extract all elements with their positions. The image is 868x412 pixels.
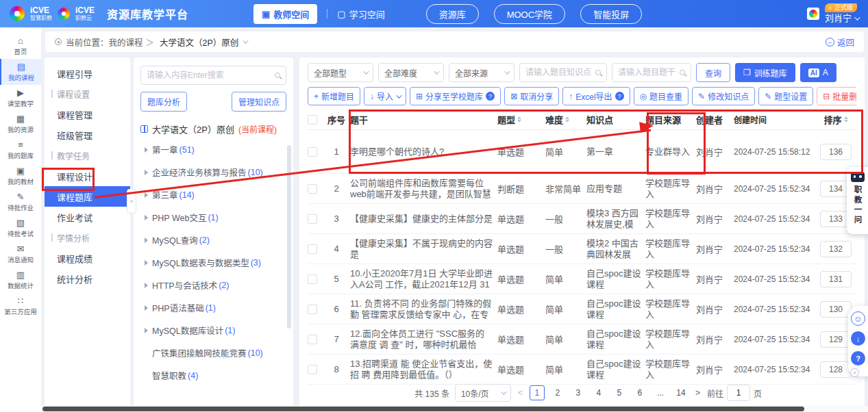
collapse-panel-handle[interactable]: « [127, 189, 136, 214]
difficulty-select[interactable]: 全部难度 [378, 63, 444, 82]
row-checkbox[interactable] [308, 244, 317, 254]
menu-item[interactable]: 课程题库 [45, 186, 130, 207]
source-select[interactable]: 全部来源 [449, 63, 514, 82]
page-number-button[interactable]: 14 [673, 385, 689, 400]
tree-node[interactable]: 企业经济业务核算与报告 (10) [140, 161, 286, 183]
customer-service-button[interactable]: ☺ [851, 311, 865, 326]
help-badge-icon[interactable]: ? [486, 92, 495, 101]
question-stem[interactable]: 公司前端组件库和函数库需要每位web前端开发参与共建，是团队智慧的结晶和... [350, 178, 493, 200]
query-button[interactable]: 查询 [696, 63, 730, 82]
menu-item[interactable]: 学情分析 [45, 227, 130, 248]
horizontal-scrollbar-thumb[interactable] [42, 407, 804, 411]
sidebar-item[interactable]: ▧ 待批考试 [0, 215, 41, 241]
user-menu[interactable]: 刘肖宁 [825, 13, 858, 24]
question-stem[interactable]: 【健康史采集】不属于现病史的内容是 [350, 238, 493, 260]
question-type-select[interactable]: 全部题型 [308, 63, 373, 82]
sort-icon[interactable] [517, 116, 521, 123]
sidebar-item[interactable]: ▦ 我的资源 [0, 111, 41, 137]
row-checkbox[interactable] [308, 365, 317, 374]
toolbar-button[interactable]: ⊟ 批量删除 [817, 87, 856, 105]
toolbar-button[interactable]: + 新增题目 [308, 87, 360, 105]
tree-node[interactable]: MySQL查询 (2) [140, 229, 286, 251]
toolbar-button[interactable]: ✎ 修改知识点 [692, 87, 755, 105]
menu-item[interactable]: 教学任务 [45, 145, 130, 166]
expand-arrow-icon[interactable] [145, 237, 148, 243]
tree-node[interactable]: 第一章 (51) [140, 138, 286, 161]
menu-item[interactable]: 课程引导 [45, 63, 130, 83]
question-stem[interactable]: 11. 负责将不同 的业务部门特殊的假勤 管理需求反馈给专家中 心，在专业中心的… [350, 298, 493, 320]
row-checkbox[interactable] [308, 214, 317, 224]
tree-scrollbar[interactable] [287, 145, 291, 329]
table-row[interactable]: 5 10.小王2020年7月1日 大学毕业即进入A公司 工作，截止2021年12… [308, 264, 856, 294]
toolbar-button[interactable]: ↓ 导入 [364, 87, 406, 105]
expand-arrow-icon[interactable] [145, 283, 148, 288]
prev-page-button[interactable]: < [517, 388, 524, 398]
table-row[interactable]: 1 李明是哪个朝代的诗人? 单选题 简单 第一章 专业群导入 刘肖宁 2024-… [308, 130, 856, 174]
close-widget-button[interactable]: × [850, 368, 859, 377]
table-row[interactable]: 3 【健康史采集】健康史的主体部分是 单选题 一般 模块3 西方园林发展史,模块… [308, 204, 856, 234]
sidebar-item[interactable]: ▣ 我的教材 [0, 163, 41, 189]
sidebar-item[interactable]: ✎ 待批作业 [0, 189, 41, 215]
per-page-select[interactable]: 10条/页 [455, 384, 511, 402]
stem-search-box[interactable] [612, 63, 691, 82]
menu-item[interactable]: 作业考试 [45, 207, 130, 227]
sort-order-input[interactable]: 132 [820, 241, 852, 257]
sidebar-item[interactable]: ▥ 数据统计 [0, 267, 41, 293]
training-bank-button[interactable]: ❐ 训练题库 [735, 63, 795, 82]
help-button[interactable]: ? [851, 351, 865, 365]
page-number-button[interactable]: 3 [571, 385, 586, 400]
table-row[interactable]: 2 公司前端组件库和函数库需要每位web前端开发参与共建，是团队智慧的结晶和..… [308, 174, 856, 204]
manage-knowledge-button[interactable]: 管理知识点 [232, 92, 286, 112]
sort-order-input[interactable]: 130 [820, 301, 852, 318]
sidebar-item[interactable]: ≡ 我的题库 [0, 137, 41, 163]
tree-node[interactable]: MySQL数据库设计 (1) [140, 319, 286, 342]
toolbar-button[interactable]: ⊞ 分享至学校题库 ? [410, 87, 501, 105]
expand-arrow-icon[interactable] [145, 260, 148, 266]
expand-arrow-icon[interactable] [145, 170, 148, 175]
menu-item[interactable]: 统计分析 [45, 268, 130, 289]
tree-node[interactable]: PHP Web交互 (1) [140, 206, 286, 229]
toolbar-button[interactable]: ◎ 题目查重 [634, 87, 689, 105]
question-stem[interactable]: 10.小王2020年7月1日 大学毕业即进入A公司 工作，截止2021年12月 … [350, 268, 493, 290]
sort-order-input[interactable]: 128 [820, 361, 852, 378]
page-number-button[interactable]: 5 [612, 385, 627, 400]
table-row[interactable]: 7 12.面向全体员工进行 "SSC服务的满意度 调 查" 时，哪种时机最恰 当… [308, 324, 856, 355]
ai-button[interactable]: AI A [800, 63, 836, 82]
toolbar-button[interactable]: ✎ 题型设置 [758, 87, 813, 105]
row-checkbox[interactable] [308, 147, 317, 157]
toolbar-button[interactable]: ↑ Excel导出 ? [562, 87, 630, 105]
table-row[interactable]: 4 【健康史采集】不属于现病史的内容是 单选题 一般 模块2 中国古典园林发展史… [308, 234, 856, 264]
assistant-widget[interactable]: 职教一问 [847, 167, 868, 234]
sort-icon[interactable] [565, 116, 569, 123]
bank-analysis-button[interactable]: 题库分析 [140, 92, 187, 112]
col-sort[interactable]: 排序 [819, 113, 856, 126]
tree-node[interactable]: 广铁集团接触网技能竞赛 (10) [140, 342, 286, 364]
sort-order-input[interactable]: 136 [820, 144, 852, 160]
sidebar-item[interactable]: ⌂ 首页 [0, 33, 41, 59]
col-type[interactable]: 题型 [497, 113, 545, 126]
learning-space-tab[interactable]: ▢ 学习空间 [337, 8, 384, 21]
tree-node[interactable]: 智慧职教 (4) [140, 364, 286, 387]
table-row[interactable]: 8 13.招聘渠道 能 使企业节省支出，使招 聘 费用降到最低值。（） 单选题 … [308, 355, 856, 385]
menu-item[interactable]: 班级管理 [45, 125, 130, 145]
teacher-space-tab[interactable]: ▣ 教师空间 [253, 4, 317, 24]
chevron-down-icon[interactable] [243, 38, 249, 43]
question-stem[interactable]: 13.招聘渠道 能 使企业节省支出，使招 聘 费用降到最低值。（） [350, 359, 493, 381]
col-difficulty[interactable]: 难度 [545, 113, 586, 126]
sidebar-item[interactable]: ∷ 第三方应用 [0, 293, 41, 319]
expand-arrow-icon[interactable] [145, 147, 148, 153]
tree-root-label[interactable]: 大学语文（2P）原创 [152, 123, 234, 136]
stem-search-input[interactable] [618, 68, 680, 77]
download-button[interactable]: ↓ [851, 331, 865, 346]
row-checkbox[interactable] [308, 184, 317, 194]
select-all-checkbox[interactable] [308, 115, 317, 125]
sort-icon[interactable] [844, 116, 848, 123]
menu-item[interactable]: 课程成绩 [45, 248, 130, 268]
toolbar-button[interactable]: ⊠ 取消分享 [504, 87, 559, 105]
breadcrumb-parent[interactable]: 我的课程 [109, 36, 143, 49]
tree-node[interactable]: 第三章 (14) [140, 183, 286, 206]
tree-node[interactable]: PHP语法基础 (1) [140, 296, 286, 319]
knowledge-search-input[interactable] [525, 68, 595, 77]
table-row[interactable]: 6 11. 负责将不同 的业务部门特殊的假勤 管理需求反馈给专家中 心，在专业中… [308, 294, 856, 324]
header-pill-link[interactable]: 智能投屏 [580, 4, 642, 24]
